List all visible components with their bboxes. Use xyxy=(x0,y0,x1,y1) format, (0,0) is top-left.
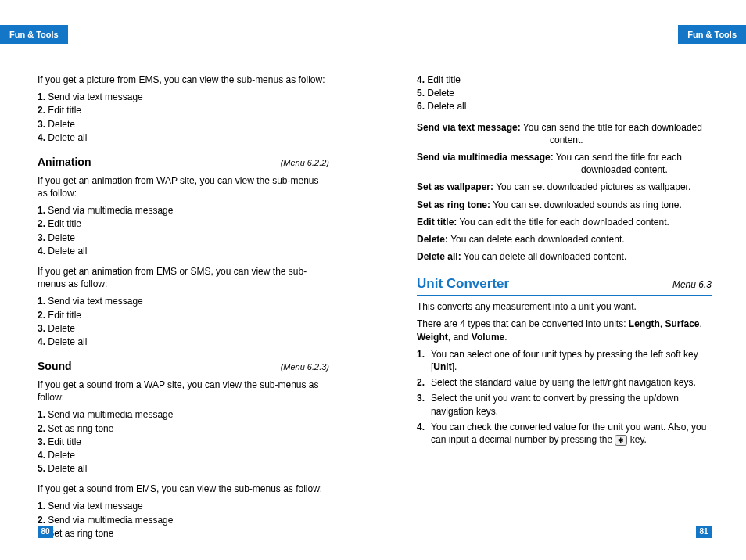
text: You can check the converted value for th… xyxy=(431,422,706,445)
section-tab-left: Fun & Tools xyxy=(0,25,68,44)
def-desc: You can set downloaded pictures as wallp… xyxy=(496,181,690,192)
list-text: Edit title xyxy=(48,436,81,447)
animation-intro-wap: If you get an animation from WAP site, y… xyxy=(38,174,329,199)
page-right: Fun & Tools 81 4. Edit title 5. Delete 6… xyxy=(373,0,746,560)
def-send-text: Send via text message: You can send the … xyxy=(417,121,712,146)
def-desc: You can send the title for each download… xyxy=(556,152,682,175)
list-text: Send via text message xyxy=(48,296,142,307)
list-sound-ems: 1. Send via text message 2. Send via mul… xyxy=(38,500,329,540)
list-num: 2. xyxy=(38,515,45,526)
def-desc: You can delete all downloaded content. xyxy=(464,251,626,262)
def-term: Send via multimedia message: xyxy=(417,152,554,163)
def-wallpaper: Set as wallpaper: You can set downloaded… xyxy=(417,181,712,193)
list-num: 2. xyxy=(38,218,45,229)
list-text: Edit title xyxy=(48,218,81,229)
text: There are 4 types that can be converted … xyxy=(417,318,629,329)
def-desc: You can send the title for each download… xyxy=(523,122,702,145)
list-sound-wap: 1. Send via multimedia message 2. Set as… xyxy=(38,408,329,475)
star-key-icon: ✱ xyxy=(615,435,627,446)
list-num: 1. xyxy=(38,501,45,512)
def-desc: You can edit the title for each download… xyxy=(459,217,669,228)
text: , xyxy=(700,318,702,329)
def-desc: You can set downloaded sounds as ring to… xyxy=(493,199,682,210)
text: . xyxy=(504,332,507,343)
unit-type-surface: Surface xyxy=(665,318,700,329)
step-num: 1. xyxy=(417,348,431,373)
step-text: Select the standard value by using the l… xyxy=(431,376,712,389)
def-ringtone: Set as ring tone: You can set downloaded… xyxy=(417,199,712,211)
def-term: Send via text message: xyxy=(417,122,521,133)
step-1: 1. You can select one of four unit types… xyxy=(417,348,712,373)
page-number-left: 80 xyxy=(38,526,53,538)
list-text: Delete xyxy=(48,119,75,130)
unit-type-weight: Weight xyxy=(417,332,448,343)
list-text: Send via multimedia message xyxy=(48,205,173,216)
menu-ref: (Menu 6.2.3) xyxy=(281,361,329,373)
list-text: Delete all xyxy=(48,463,87,474)
sound-intro-wap: If you get a sound from a WAP site, you … xyxy=(38,379,329,404)
list-text: Set as ring tone xyxy=(48,528,113,539)
list-anim-wap: 1. Send via multimedia message 2. Edit t… xyxy=(38,204,329,257)
step-3: 3. Select the unit you want to convert b… xyxy=(417,392,712,417)
list-text: Edit title xyxy=(48,105,81,116)
step-num: 3. xyxy=(417,392,431,417)
list-text: Edit title xyxy=(48,310,81,321)
intro-pic-ems: If you get a picture from EMS, you can v… xyxy=(38,74,329,86)
def-edit-title: Edit title: You can edit the title for e… xyxy=(417,216,712,228)
list-text: Delete all xyxy=(48,132,87,143)
majorhead-title: Unit Converter xyxy=(417,275,509,293)
list-num: 2. xyxy=(38,105,45,116)
def-term: Delete all: xyxy=(417,251,461,262)
subhead-animation: Animation (Menu 6.2.2) xyxy=(38,155,329,170)
sound-intro-ems: If you get a sound from EMS, you can vie… xyxy=(38,483,329,495)
list-text: Send via multimedia message xyxy=(48,515,173,526)
def-send-mm: Send via multimedia message: You can sen… xyxy=(417,151,712,176)
list-num: 3. xyxy=(38,323,45,334)
list-num: 3. xyxy=(38,119,45,130)
list-num: 3. xyxy=(38,232,45,243)
step-num: 4. xyxy=(417,421,431,446)
list-text: Edit title xyxy=(427,74,461,85)
def-term: Set as wallpaper: xyxy=(417,181,493,192)
list-text: Delete all xyxy=(48,246,87,257)
text: key. xyxy=(627,434,646,445)
list-num: 4. xyxy=(38,132,45,143)
step-4: 4. You can check the converted value for… xyxy=(417,421,712,446)
majorhead-unit-converter: Unit Converter Menu 6.3 xyxy=(417,275,712,296)
step-num: 2. xyxy=(417,376,431,389)
text: , and xyxy=(448,332,472,343)
def-term: Edit title: xyxy=(417,217,457,228)
page-left: Fun & Tools 80 If you get a picture from… xyxy=(0,0,373,560)
list-num: 5. xyxy=(417,88,425,99)
content-right: 4. Edit title 5. Delete 6. Delete all Se… xyxy=(417,74,712,446)
list-text: Delete xyxy=(48,323,75,334)
list-num: 1. xyxy=(38,409,45,420)
list-text: Send via multimedia message xyxy=(48,409,173,420)
step-text: You can select one of four unit types by… xyxy=(431,348,712,373)
animation-intro-ems: If you get an animation from EMS or SMS,… xyxy=(38,265,329,290)
list-num: 5. xyxy=(38,463,45,474)
list-text: Delete xyxy=(48,232,75,243)
list-num: 1. xyxy=(38,92,45,102)
content-left: If you get a picture from EMS, you can v… xyxy=(38,74,329,540)
section-tab-right: Fun & Tools xyxy=(678,25,746,44)
list-num: 3. xyxy=(38,436,45,447)
majorhead-ref: Menu 6.3 xyxy=(672,278,712,291)
softkey-unit: Unit xyxy=(433,361,451,372)
list-anim-ems: 1. Send via text message 2. Edit title 3… xyxy=(38,295,329,348)
list-text: Delete xyxy=(48,450,75,461)
text: , xyxy=(660,318,665,329)
list-num: 2. xyxy=(38,310,45,321)
list-num: 4. xyxy=(38,246,45,257)
step-text: You can check the converted value for th… xyxy=(431,421,712,446)
list-num: 6. xyxy=(417,101,425,112)
text: ]. xyxy=(452,361,457,372)
list-num: 2. xyxy=(38,423,45,434)
unit-type-volume: Volume xyxy=(472,332,504,343)
list-num: 4. xyxy=(38,450,45,461)
def-delete-all: Delete all: You can delete all downloade… xyxy=(417,250,712,263)
list-num: 1. xyxy=(38,205,45,216)
subhead-title: Sound xyxy=(38,359,72,374)
step-text: Select the unit you want to convert by p… xyxy=(431,392,712,417)
list-text: Send via text message xyxy=(48,92,142,102)
